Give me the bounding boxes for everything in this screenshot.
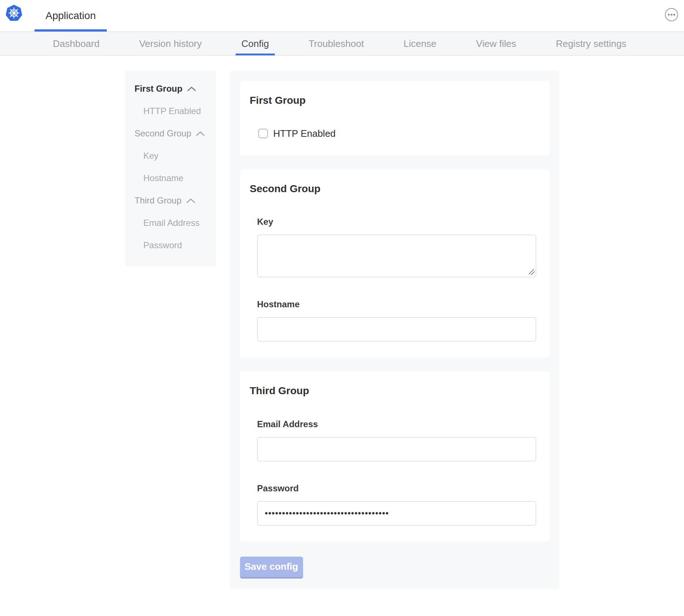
sidebar-item-label: Password bbox=[143, 241, 182, 250]
tab-application[interactable]: Application bbox=[34, 0, 107, 32]
application-tab-label: Application bbox=[46, 10, 96, 22]
chevron-up-icon bbox=[186, 198, 196, 203]
sidebar-item-label: Hostname bbox=[143, 174, 183, 183]
tab-view-files[interactable]: View files bbox=[470, 32, 522, 55]
chevron-up-icon bbox=[187, 86, 196, 92]
key-label: Key bbox=[257, 217, 536, 227]
kubernetes-logo-icon bbox=[5, 4, 23, 22]
app-header: Application bbox=[0, 0, 684, 32]
sidebar-item-label: Email Address bbox=[143, 219, 200, 227]
config-sidebar: First Group HTTP Enabled Second Group Ke… bbox=[125, 70, 216, 267]
save-config-button[interactable]: Save config bbox=[240, 557, 303, 577]
tab-registry-settings[interactable]: Registry settings bbox=[550, 32, 632, 55]
sidebar-item-password[interactable]: Password bbox=[135, 241, 210, 250]
hostname-input[interactable] bbox=[257, 317, 536, 341]
sidebar-item-hostname[interactable]: Hostname bbox=[135, 174, 210, 183]
tab-version-history[interactable]: Version history bbox=[133, 32, 208, 55]
sidebar-item-label: Key bbox=[143, 151, 159, 160]
ellipsis-icon bbox=[665, 8, 678, 22]
key-textarea-wrap bbox=[257, 235, 536, 277]
key-field: Key bbox=[257, 217, 536, 277]
password-label: Password bbox=[257, 483, 536, 494]
sidebar-item-label: HTTP Enabled bbox=[143, 107, 201, 115]
sidebar-group-third-group[interactable]: Third Group bbox=[135, 196, 210, 205]
more-menu-button[interactable] bbox=[665, 8, 678, 22]
group-title: First Group bbox=[250, 94, 536, 107]
group-title: Third Group bbox=[250, 385, 536, 397]
http-enabled-checkbox[interactable] bbox=[258, 129, 268, 138]
email-address-field: Email Address bbox=[257, 419, 536, 461]
sidebar-group-first-group[interactable]: First Group bbox=[135, 84, 210, 93]
config-page: First Group HTTP Enabled Second Group Ke… bbox=[0, 70, 684, 589]
sidebar-item-key[interactable]: Key bbox=[135, 151, 210, 160]
config-area: First Group HTTP Enabled Second Group Ke… bbox=[230, 70, 559, 589]
sidebar-group-label: First Group bbox=[135, 84, 183, 93]
http-enabled-label: HTTP Enabled bbox=[273, 128, 336, 139]
tab-dashboard[interactable]: Dashboard bbox=[47, 32, 105, 55]
sidebar-item-http-enabled[interactable]: HTTP Enabled bbox=[135, 107, 210, 115]
kubernetes-logo bbox=[5, 4, 23, 22]
email-address-input[interactable] bbox=[257, 437, 536, 461]
chevron-up-icon bbox=[196, 131, 205, 136]
http-enabled-field: HTTP Enabled bbox=[258, 128, 536, 139]
tab-config[interactable]: Config bbox=[236, 32, 275, 55]
tab-license[interactable]: License bbox=[398, 32, 443, 55]
password-input[interactable] bbox=[257, 501, 536, 525]
email-address-label: Email Address bbox=[257, 419, 536, 429]
sidebar-group-second-group[interactable]: Second Group bbox=[135, 129, 210, 138]
sidebar-group-label: Second Group bbox=[135, 129, 192, 138]
config-group-card-first: First Group HTTP Enabled bbox=[240, 81, 550, 155]
app-subnav: Dashboard Version history Config Trouble… bbox=[0, 32, 684, 56]
key-textarea[interactable] bbox=[257, 235, 536, 277]
config-group-card-third: Third Group Email Address Password bbox=[240, 371, 550, 542]
hostname-field: Hostname bbox=[257, 299, 536, 341]
config-group-card-second: Second Group Key Hostname bbox=[240, 169, 550, 358]
sidebar-group-label: Third Group bbox=[135, 196, 182, 205]
hostname-label: Hostname bbox=[257, 299, 536, 309]
sidebar-item-email-address[interactable]: Email Address bbox=[135, 219, 210, 227]
password-field: Password bbox=[257, 483, 536, 525]
tab-troubleshoot[interactable]: Troubleshoot bbox=[303, 32, 370, 55]
group-title: Second Group bbox=[250, 183, 536, 195]
